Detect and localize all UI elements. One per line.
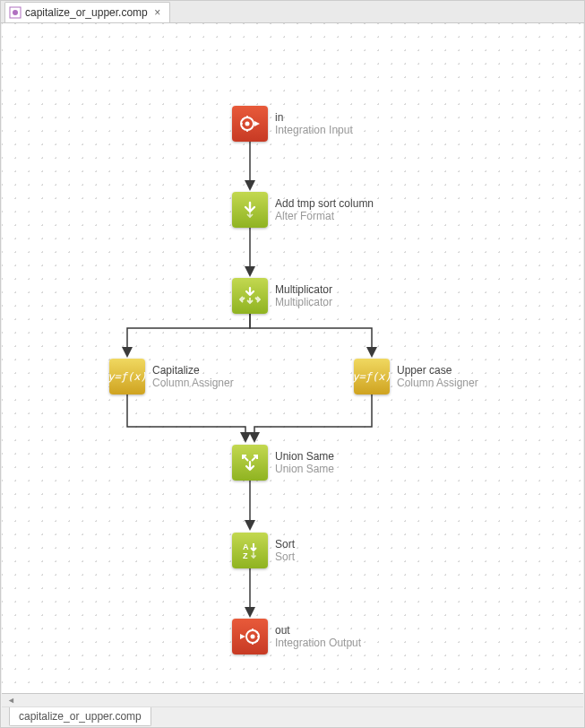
node-labels: Add tmp sort column Alter Format [275, 197, 374, 222]
column-assigner-icon: y=ƒ(x) [109, 359, 145, 394]
integration-output-icon [232, 619, 268, 654]
node-title: Capitalize [152, 364, 234, 377]
node-subtitle: Multiplicator [275, 296, 332, 308]
svg-point-11 [251, 635, 255, 639]
svg-point-1 [13, 10, 18, 15]
node-add-tmp[interactable]: Add tmp sort column Alter Format [232, 192, 374, 228]
node-title: in [275, 111, 353, 124]
close-icon[interactable]: × [151, 6, 164, 19]
node-labels: in Integration Input [275, 111, 353, 136]
bottom-tabbar: ◄ capitalize_or_upper.comp [2, 693, 583, 726]
node-labels: Upper case Column Assigner [397, 364, 478, 389]
node-out[interactable]: out Integration Output [232, 619, 361, 654]
formula-glyph: y=ƒ(x) [108, 370, 146, 383]
node-sort[interactable]: AZ Sort Sort [232, 533, 295, 568]
node-subtitle: Integration Input [275, 124, 353, 136]
node-labels: Union Same Union Same [275, 450, 334, 475]
node-labels: out Integration Output [275, 624, 361, 649]
svg-text:A: A [243, 542, 249, 551]
file-tab-title: capitalize_or_upper.comp [25, 6, 148, 19]
node-title: Multiplicator [275, 283, 332, 296]
node-multiplicator[interactable]: Multiplicator Multiplicator [232, 278, 332, 314]
node-upper-case[interactable]: y=ƒ(x) Upper case Column Assigner [354, 359, 478, 394]
editor-window: capitalize_or_upper.comp × [0, 0, 585, 728]
node-title: Add tmp sort column [275, 197, 374, 210]
node-labels: Multiplicator Multiplicator [275, 283, 332, 308]
node-union-same[interactable]: Union Same Union Same [232, 445, 334, 481]
node-title: Upper case [397, 364, 478, 377]
component-icon [9, 6, 22, 19]
bottom-file-tab[interactable]: capitalize_or_upper.comp [9, 707, 151, 726]
node-subtitle: Column Assigner [152, 377, 234, 389]
formula-glyph: y=ƒ(x) [352, 370, 391, 383]
node-title: Sort [275, 538, 295, 550]
node-in[interactable]: in Integration Input [232, 106, 353, 142]
file-tab[interactable]: capitalize_or_upper.comp × [4, 2, 170, 22]
alter-format-icon [232, 192, 268, 228]
node-subtitle: Union Same [275, 463, 334, 475]
union-same-icon [232, 445, 268, 481]
multiplicator-icon [232, 278, 268, 314]
column-assigner-icon: y=ƒ(x) [354, 359, 390, 394]
node-subtitle: Sort [275, 550, 295, 563]
node-title: out [275, 624, 361, 637]
node-capitalize[interactable]: y=ƒ(x) Capitalize Column Assigner [109, 359, 234, 394]
svg-text:Z: Z [243, 551, 248, 560]
flow-canvas[interactable]: in Integration Input Add tmp sort column… [2, 23, 583, 693]
node-subtitle: Integration Output [275, 637, 361, 649]
scroll-left-icon[interactable]: ◄ [7, 696, 15, 705]
top-tabbar: capitalize_or_upper.comp × [1, 1, 584, 23]
node-labels: Sort Sort [275, 538, 295, 563]
svg-point-7 [245, 122, 250, 126]
node-labels: Capitalize Column Assigner [152, 364, 234, 389]
scrollbar[interactable]: ◄ [2, 694, 583, 707]
node-title: Union Same [275, 450, 334, 463]
node-subtitle: Column Assigner [397, 377, 478, 389]
node-subtitle: Alter Format [275, 210, 374, 222]
integration-input-icon [232, 106, 268, 142]
sort-icon: AZ [232, 533, 268, 568]
